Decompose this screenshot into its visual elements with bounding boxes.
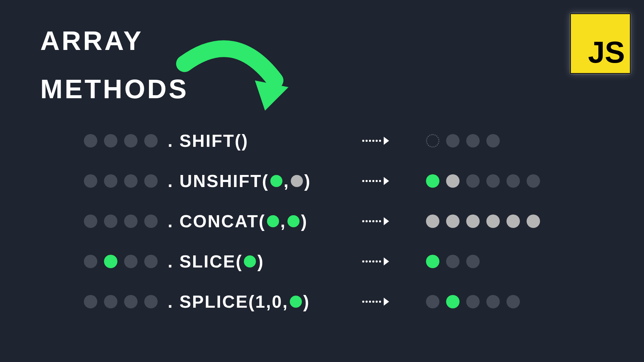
dot-light — [506, 215, 520, 228]
result-arrow-icon — [362, 177, 389, 185]
method-row-unshift: . UNSHIFT(,) — [84, 171, 540, 191]
method-prefix: . UNSHIFT( — [168, 171, 269, 191]
dot-green — [287, 215, 300, 227]
dot-light — [426, 215, 439, 228]
before-array — [84, 255, 168, 268]
after-array — [426, 215, 540, 228]
dot-dark — [144, 295, 158, 308]
before-array — [84, 174, 168, 188]
dot-dark — [144, 255, 158, 268]
dot-ghost — [426, 134, 439, 147]
after-array — [426, 134, 500, 147]
method-list: . SHIFT(). UNSHIFT(,). CONCAT(,). SLICE(… — [84, 131, 540, 312]
dot-dark — [506, 174, 520, 188]
dot-dark — [124, 174, 138, 188]
result-arrow-icon — [362, 217, 389, 225]
dot-dark — [124, 215, 138, 228]
method-label-unshift: . UNSHIFT(,) — [168, 171, 359, 191]
arrow-cell — [359, 177, 392, 185]
method-prefix: . CONCAT( — [168, 211, 266, 231]
dot-dark — [84, 174, 97, 188]
title-line-1: ARRAY — [40, 17, 189, 65]
dot-dark — [486, 295, 500, 308]
arrow-cell — [359, 137, 392, 145]
method-prefix: . SLICE( — [168, 251, 243, 272]
method-label-slice: . SLICE() — [168, 251, 359, 272]
method-suffix: ) — [257, 251, 264, 272]
result-arrow-icon — [362, 298, 389, 306]
dot-dark — [446, 134, 460, 147]
method-row-shift: . SHIFT() — [84, 131, 540, 151]
result-arrow-icon — [362, 137, 389, 145]
dot-dark — [124, 255, 138, 268]
after-array — [426, 255, 480, 268]
dot-dark — [144, 174, 158, 188]
dot-dark — [486, 174, 500, 188]
dot-green — [244, 255, 256, 267]
dot-light — [446, 215, 460, 228]
page-title: ARRAY METHODS — [40, 17, 189, 113]
method-row-splice: . SPLICE(1,0,) — [84, 292, 540, 312]
dot-light — [446, 174, 460, 188]
method-row-slice: . SLICE() — [84, 251, 540, 272]
dot-dark — [104, 215, 117, 228]
dot-dark — [144, 215, 158, 228]
after-array — [426, 295, 520, 308]
before-array — [84, 215, 168, 228]
arrow-cell — [359, 217, 392, 225]
dot-dark — [486, 134, 500, 147]
arrow-cell — [359, 298, 392, 306]
method-prefix: . SHIFT( — [168, 131, 241, 151]
dot-dark — [446, 255, 460, 268]
dot-light — [486, 215, 500, 228]
dot-dark — [466, 295, 480, 308]
before-array — [84, 134, 168, 147]
method-suffix: ) — [301, 211, 308, 231]
dot-dark — [84, 255, 97, 268]
method-suffix: ) — [304, 171, 311, 191]
method-suffix: ) — [241, 131, 248, 151]
dot-dark — [466, 134, 480, 147]
dot-dark — [124, 134, 138, 147]
js-logo-badge: JS — [570, 13, 631, 74]
method-suffix: ) — [303, 292, 310, 312]
dot-dark — [144, 134, 158, 147]
js-logo-text: JS — [588, 35, 625, 70]
after-array — [426, 174, 540, 188]
dot-dark — [104, 295, 117, 308]
dot-green — [104, 255, 117, 268]
before-array — [84, 295, 168, 308]
dot-green — [426, 174, 439, 188]
dot-light — [291, 175, 303, 187]
dot-dark — [104, 134, 117, 147]
arg-comma: , — [280, 211, 286, 231]
arg-comma: , — [284, 171, 289, 191]
method-prefix: . SPLICE(1,0, — [168, 292, 288, 312]
dot-green — [270, 175, 282, 187]
dot-dark — [84, 295, 97, 308]
dot-green — [290, 296, 302, 308]
dot-dark — [466, 174, 480, 188]
dot-dark — [466, 255, 480, 268]
method-label-splice: . SPLICE(1,0,) — [168, 292, 359, 312]
dot-dark — [84, 215, 97, 228]
dot-dark — [506, 295, 520, 308]
dot-dark — [527, 174, 540, 188]
arrow-cell — [359, 257, 392, 265]
dot-green — [446, 295, 460, 308]
dot-dark — [124, 295, 138, 308]
dot-green — [267, 215, 279, 227]
method-label-shift: . SHIFT() — [168, 131, 359, 151]
method-label-concat: . CONCAT(,) — [168, 211, 359, 231]
dot-dark — [104, 174, 117, 188]
dot-light — [527, 215, 540, 228]
method-row-concat: . CONCAT(,) — [84, 211, 540, 231]
dot-green — [426, 255, 439, 268]
result-arrow-icon — [362, 257, 389, 265]
title-line-2: METHODS — [40, 65, 189, 113]
dot-dark — [426, 295, 439, 308]
curved-arrow-icon — [174, 34, 295, 117]
dot-dark — [84, 134, 97, 147]
dot-light — [466, 215, 480, 228]
